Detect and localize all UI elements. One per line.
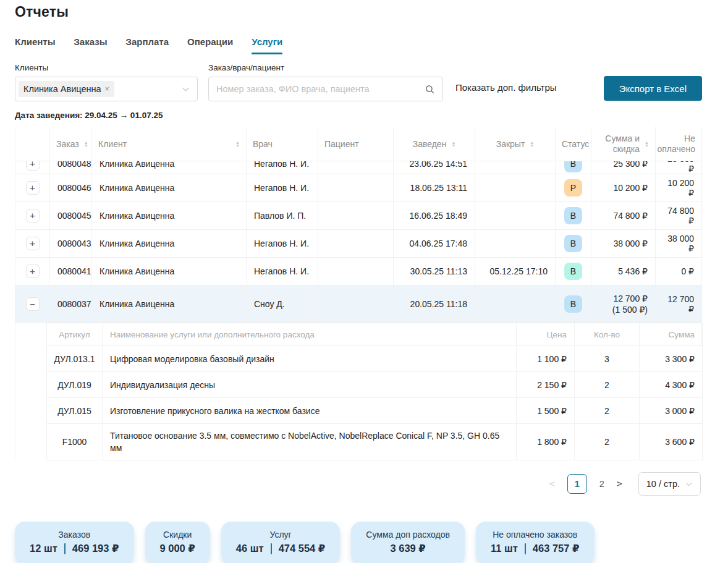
show-more-filters-link[interactable]: Показать доп. фильтры xyxy=(455,82,557,93)
sort-icon[interactable]: ▲▼ xyxy=(84,141,88,147)
page-button-1[interactable]: 1 xyxy=(567,474,587,494)
service-row: F1000 Титановое основание 3.5 мм, совмес… xyxy=(47,424,702,460)
orders-count: 12 шт xyxy=(30,543,57,554)
page-size-select[interactable]: 10 / стр. xyxy=(638,472,701,496)
closed-cell xyxy=(475,174,556,201)
col-header-status: Статус xyxy=(556,127,591,161)
patient-cell xyxy=(318,286,394,322)
page-button-2[interactable]: 2 xyxy=(599,479,604,489)
col-header-doctor: Врач xyxy=(247,127,318,161)
price-cell: 2 150 ₽ xyxy=(517,372,575,397)
tab-services[interactable]: Услуги xyxy=(252,36,282,47)
orders-table-header: Заказ ▲▼ Клиент ▲▼ Врач Пациент Заведен … xyxy=(15,127,701,161)
qty-cell: 2 xyxy=(575,424,640,460)
filters-bar: Клиенты Клиника Авиценна × Заказ/врач/па… xyxy=(15,63,702,101)
services-count: 46 шт xyxy=(236,543,264,554)
divider xyxy=(525,543,526,554)
unpaid-cell: 74 800 ₽ xyxy=(656,202,701,229)
sum-cell: 3 600 ₽ xyxy=(640,424,702,460)
unpaid-count: 11 шт xyxy=(491,543,518,554)
status-badge: В xyxy=(564,263,582,280)
col-header-created[interactable]: Заведен ▲▼ xyxy=(394,127,475,161)
client-cell: Клиника Авиценна xyxy=(92,258,247,285)
doctor-cell: Негапов Н. И. xyxy=(247,161,318,174)
divider xyxy=(271,543,272,554)
price-cell: 1 500 ₽ xyxy=(517,398,575,423)
clipped-row-viewport: + 00800482 Клиника Авиценна Негапов Н. И… xyxy=(15,161,701,174)
status-badge: В xyxy=(564,207,582,224)
client-chip: Клиника Авиценна × xyxy=(19,81,114,97)
sum-cell: 3 000 ₽ xyxy=(640,398,702,423)
client-cell: Клиника Авиценна xyxy=(92,174,247,201)
next-page-icon[interactable]: > xyxy=(617,478,622,489)
col-header-sum[interactable]: Сумма искидка ▲▼ xyxy=(591,127,656,161)
card-orders: Заказов 12 шт 469 193 ₽ xyxy=(15,522,134,563)
order-number: 00800459 xyxy=(50,202,92,229)
tab-orders[interactable]: Заказы xyxy=(74,36,107,47)
sort-icon[interactable]: ▲▼ xyxy=(235,141,240,147)
order-number: 00800468 xyxy=(50,174,92,201)
qty-cell: 3 xyxy=(575,346,640,371)
price-cell: 1 100 ₽ xyxy=(517,346,575,371)
client-cell: Клиника Авиценна xyxy=(92,230,247,257)
sum-cell: 3 300 ₽ xyxy=(640,346,702,371)
tab-operations[interactable]: Операции xyxy=(187,36,233,47)
chip-remove-icon[interactable]: × xyxy=(105,85,109,93)
unpaid-cell: 25 300 ₽ xyxy=(656,161,701,174)
order-search-input[interactable] xyxy=(216,84,425,94)
expand-column-header xyxy=(15,127,50,161)
date-range-label: Дата заведения: 29.04.25 → 01.07.25 xyxy=(15,111,702,120)
client-cell: Клиника Авиценна xyxy=(92,161,247,174)
expand-row-button[interactable]: + xyxy=(26,209,40,222)
tab-clients[interactable]: Клиенты xyxy=(15,36,55,47)
subcol-header-sku: Артикул xyxy=(47,323,103,345)
expand-row-button[interactable]: + xyxy=(26,265,40,278)
service-name-cell: Титановое основание 3.5 мм, совместимо с… xyxy=(103,424,517,460)
closed-cell xyxy=(475,161,556,174)
orders-table: Заказ ▲▼ Клиент ▲▼ Врач Пациент Заведен … xyxy=(15,127,702,460)
order-services-subtable: Артикул Наименование услуги или дополнит… xyxy=(46,323,703,460)
service-name-cell: Изготовление прикусного валика на жестко… xyxy=(103,398,517,423)
orders-amount: 469 193 ₽ xyxy=(72,543,119,554)
table-row[interactable]: + 00800459 Клиника Авиценна Павлов И. П.… xyxy=(15,202,701,230)
created-cell: 30.05.25 11:13 xyxy=(394,258,475,285)
collapse-row-button[interactable]: − xyxy=(26,297,40,311)
col-header-client[interactable]: Клиент ▲▼ xyxy=(92,127,247,161)
sort-icon[interactable]: ▲▼ xyxy=(530,141,534,147)
subcol-header-price: Цена xyxy=(517,323,575,345)
summary-cards: Заказов 12 шт 469 193 ₽ Скидки 9 000 ₽ У… xyxy=(15,522,702,563)
client-chip-label: Клиника Авиценна xyxy=(23,84,101,94)
search-filter-label: Заказ/врач/пациент xyxy=(208,63,443,72)
service-row: ДУЛ.015 Изготовление прикусного валика н… xyxy=(47,398,702,424)
order-number: 00800482 xyxy=(50,161,92,174)
sum-cell: 74 800 ₽ xyxy=(591,202,656,229)
table-row[interactable]: + 00800468 Клиника Авиценна Негапов Н. И… xyxy=(15,174,701,202)
tab-salary[interactable]: Зарплата xyxy=(126,36,169,47)
page-title: Отчеты xyxy=(15,4,702,20)
prev-page-icon[interactable]: < xyxy=(549,478,555,489)
table-row[interactable]: + 00800415 Клиника Авиценна Негапов Н. И… xyxy=(15,258,701,286)
expand-row-button[interactable]: + xyxy=(26,181,40,195)
sort-icon[interactable]: ▲▼ xyxy=(451,141,455,147)
expand-row-button[interactable]: + xyxy=(26,237,40,250)
sum-cell: 25 300 ₽ xyxy=(591,161,656,174)
service-row: ДУЛ.019 Индивидуализация десны 2 150 ₽ 2… xyxy=(47,372,702,398)
table-row-expanded[interactable]: − 00800379 Клиника Авиценна Сноу Д. 20.0… xyxy=(15,286,701,323)
expand-row-button[interactable]: + xyxy=(26,161,40,171)
status-badge: В xyxy=(564,295,582,313)
table-row[interactable]: + 00800482 Клиника Авиценна Негапов Н. И… xyxy=(15,161,701,174)
sort-icon[interactable]: ▲▼ xyxy=(645,141,649,147)
subcol-header-name: Наименование услуги или дополнительного … xyxy=(103,323,517,345)
col-header-patient: Пациент xyxy=(318,127,394,161)
sum-cell: 12 700 ₽(1 500 ₽) xyxy=(591,286,656,322)
order-number: 00800437 xyxy=(50,230,92,257)
col-header-order[interactable]: Заказ ▲▼ xyxy=(50,127,92,161)
table-row[interactable]: + 00800437 Клиника Авиценна Негапов Н. И… xyxy=(15,230,701,258)
col-header-closed[interactable]: Закрыт ▲▼ xyxy=(475,127,556,161)
export-excel-button[interactable]: Экспорт в Excel xyxy=(604,76,702,101)
subcol-header-qty: Кол-во xyxy=(575,323,640,345)
reports-page: Отчеты Клиенты Заказы Зарплата Операции … xyxy=(0,0,728,563)
search-icon[interactable] xyxy=(425,84,435,95)
closed-cell xyxy=(475,286,556,322)
clients-select[interactable]: Клиника Авиценна × xyxy=(15,77,198,101)
